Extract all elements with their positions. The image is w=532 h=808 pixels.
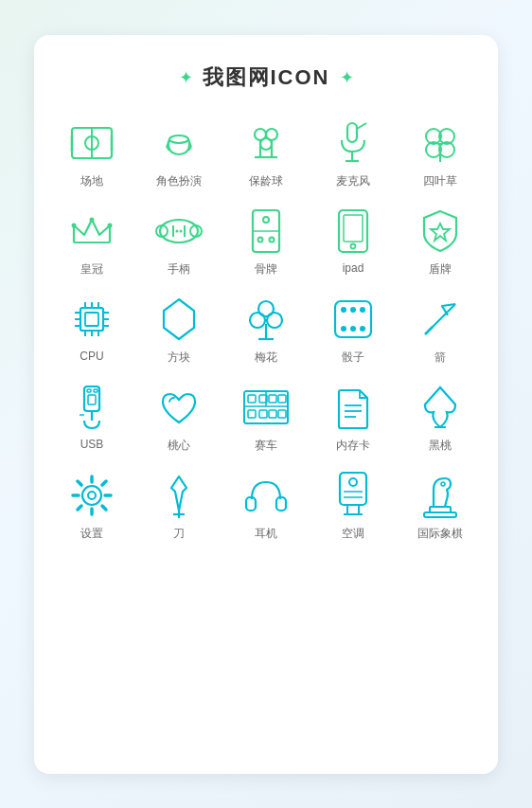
shezhi-label: 设置 <box>80 526 103 542</box>
icon-item-huangguan[interactable]: 皇冠 <box>53 206 131 278</box>
siyecao-icon <box>416 118 465 168</box>
svg-line-103 <box>102 481 106 485</box>
page-title: 我图网ICON <box>203 63 330 92</box>
icon-item-dao[interactable]: 刀 <box>140 471 218 542</box>
title-deco-right: ✦ <box>340 67 354 88</box>
icon-item-erji[interactable]: 耳机 <box>227 471 305 542</box>
jian-icon <box>416 295 465 344</box>
svg-line-104 <box>78 506 81 510</box>
svg-rect-90 <box>278 395 286 403</box>
icon-item-shezhi[interactable]: 设置 <box>53 471 131 542</box>
icon-item-ipad[interactable]: ipad <box>314 206 392 278</box>
icon-item-dunpai[interactable]: 盾牌 <box>401 206 479 278</box>
kongtiao-icon <box>328 471 378 520</box>
svg-rect-89 <box>278 410 286 418</box>
cpu-icon <box>67 295 116 344</box>
xiangqi-label: 国际象棋 <box>417 526 463 542</box>
icon-item-cpu[interactable]: CPU <box>53 295 131 366</box>
erji-label: 耳机 <box>255 526 277 542</box>
meihua-icon <box>241 295 291 344</box>
icon-item-changdi[interactable]: 场地 <box>53 118 131 189</box>
shazi-icon <box>328 295 378 344</box>
svg-point-42 <box>351 243 356 248</box>
fangkuai-icon <box>154 295 204 344</box>
icon-item-neicunka[interactable]: 内存卡 <box>314 383 392 454</box>
huangguan-label: 皇冠 <box>80 261 103 278</box>
svg-line-101 <box>78 481 81 485</box>
svg-point-38 <box>263 217 269 223</box>
maikefeng-label: 麦克风 <box>336 173 370 189</box>
icon-item-usb[interactable]: USB <box>53 383 131 454</box>
changdi-label: 场地 <box>80 173 103 189</box>
icon-item-fangkuai[interactable]: 方块 <box>140 295 218 366</box>
icon-item-meihua[interactable]: 梅花 <box>227 295 305 366</box>
icon-item-jian[interactable]: 箭 <box>401 295 479 366</box>
icon-item-shazi[interactable]: 骰子 <box>314 295 392 366</box>
usb-icon <box>67 383 116 432</box>
icon-item-siyecao[interactable]: 四叶草 <box>401 118 479 189</box>
taoxin-label: 桃心 <box>168 438 190 454</box>
ipad-icon <box>328 206 378 256</box>
icon-grid: 场地 角色扮演 <box>53 118 479 542</box>
svg-point-5 <box>169 135 188 143</box>
gupai-label: 骨牌 <box>255 261 277 278</box>
main-card: ✦ 我图网ICON ✦ 场地 <box>34 35 498 774</box>
icon-item-xiangqi[interactable]: 国际象棋 <box>401 471 479 542</box>
svg-line-102 <box>102 506 106 510</box>
svg-rect-88 <box>269 410 276 418</box>
svg-rect-77 <box>88 395 96 404</box>
gupai-icon <box>241 206 291 256</box>
kongtiao-label: 空调 <box>342 526 364 542</box>
svg-point-28 <box>108 223 113 227</box>
icon-item-heitao[interactable]: 黑桃 <box>401 383 479 454</box>
svg-rect-43 <box>344 215 363 242</box>
icon-item-saiche[interactable]: 赛车 <box>227 383 305 454</box>
jian-label: 箭 <box>434 350 446 366</box>
icon-item-kongtiao[interactable]: 空调 <box>314 471 392 542</box>
shoubng-icon <box>154 206 204 256</box>
icon-item-taoxin[interactable]: 桃心 <box>140 383 218 454</box>
fangkuai-label: 方块 <box>168 350 190 366</box>
huangguan-icon <box>67 206 116 256</box>
cpu-label: CPU <box>80 350 103 363</box>
dao-label: 刀 <box>173 526 185 542</box>
saiche-icon <box>241 383 291 432</box>
taoxin-icon <box>154 383 204 432</box>
icon-item-baolongqiu[interactable]: 保龄球 <box>227 118 305 189</box>
svg-point-61 <box>250 313 265 328</box>
svg-point-69 <box>341 326 346 332</box>
icon-item-gupai[interactable]: 骨牌 <box>227 206 305 278</box>
svg-line-73 <box>425 327 433 334</box>
baolongqiu-icon <box>241 118 291 168</box>
svg-point-71 <box>360 326 365 332</box>
svg-rect-86 <box>248 410 256 418</box>
svg-rect-107 <box>246 497 256 511</box>
shoubing-label: 手柄 <box>168 261 190 278</box>
svg-point-66 <box>341 307 346 313</box>
baolongqiu-label: 保龄球 <box>249 173 283 189</box>
svg-line-72 <box>429 304 455 331</box>
svg-rect-46 <box>85 313 98 326</box>
heitao-label: 黑桃 <box>429 438 452 454</box>
siyecao-label: 四叶草 <box>423 173 457 189</box>
svg-line-19 <box>357 123 366 129</box>
jiaose-label: 角色扮演 <box>156 173 202 189</box>
svg-point-40 <box>270 237 275 242</box>
dunpai-icon <box>416 206 465 256</box>
saiche-label: 赛车 <box>255 438 277 454</box>
usb-label: USB <box>80 438 104 451</box>
svg-point-68 <box>360 307 365 313</box>
svg-point-95 <box>82 486 101 505</box>
svg-point-29 <box>160 220 198 242</box>
meihua-label: 梅花 <box>255 350 277 366</box>
icon-item-shoushoubng[interactable]: 手柄 <box>140 206 218 278</box>
neicunka-icon <box>328 383 378 432</box>
svg-point-27 <box>90 217 95 222</box>
icon-item-maikefeng[interactable]: 麦克风 <box>314 118 392 189</box>
dao-icon <box>154 471 204 520</box>
icon-item-jiaose[interactable]: 角色扮演 <box>140 118 218 189</box>
svg-rect-87 <box>259 410 267 418</box>
svg-point-96 <box>88 492 96 499</box>
svg-point-26 <box>72 223 77 227</box>
svg-point-12 <box>260 138 272 150</box>
